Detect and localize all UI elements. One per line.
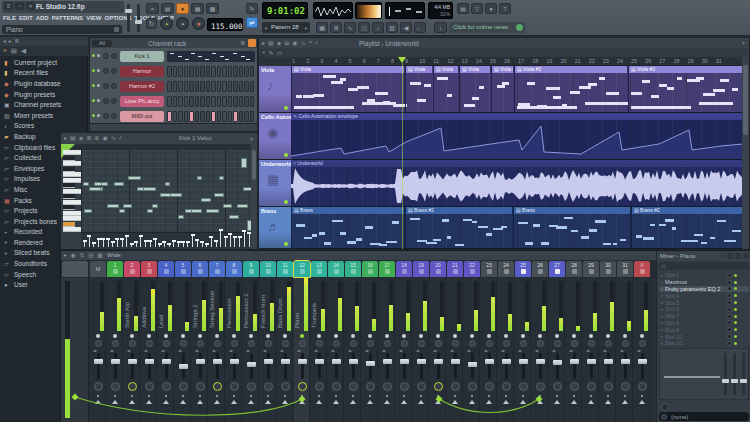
slot-mix-knob[interactable]: [727, 280, 732, 285]
playlist-tool-icon-3[interactable]: ⊞: [284, 39, 289, 46]
velocity-stem[interactable]: [183, 243, 184, 247]
black-key[interactable]: [63, 167, 75, 172]
download-icon[interactable]: ↓: [434, 22, 447, 33]
mixer-tab-11[interactable]: 11: [277, 261, 293, 277]
menu-item-edit[interactable]: EDIT: [19, 15, 33, 21]
strip-mute-dot[interactable]: [181, 334, 185, 338]
step-cell[interactable]: [206, 81, 211, 92]
browser-item-scores[interactable]: ♪Scores: [0, 121, 88, 132]
velocity-stem[interactable]: [89, 237, 90, 247]
step-cell[interactable]: [184, 66, 189, 77]
strip-fx-knob[interactable]: [638, 382, 647, 391]
strip-pan-knob[interactable]: [486, 340, 493, 347]
strip-pan-knob[interactable]: [299, 340, 306, 347]
track-enable-dot[interactable]: [284, 200, 288, 204]
white-key[interactable]: [63, 211, 81, 216]
step-cell[interactable]: [189, 96, 194, 107]
step-cell[interactable]: [244, 111, 249, 122]
strip-fx-knob[interactable]: [94, 382, 103, 391]
track-header-underworld[interactable]: Underworld▦: [259, 160, 291, 207]
slot-enable-dot[interactable]: [734, 342, 737, 345]
fader-cap[interactable]: [94, 359, 103, 364]
eq-band-slider[interactable]: [724, 353, 727, 395]
strip-fader[interactable]: [335, 353, 338, 379]
strip-fader[interactable]: [199, 353, 202, 379]
playlist-edit-icon-2[interactable]: ▭: [277, 49, 283, 56]
velocity-stem[interactable]: [159, 245, 160, 247]
slot-enable-dot[interactable]: [734, 315, 737, 318]
fader-cap[interactable]: [383, 359, 392, 364]
overdub-icon[interactable]: ▩: [206, 3, 219, 14]
step-cell[interactable]: [167, 81, 172, 92]
fader-cap[interactable]: [400, 359, 409, 364]
step-cell[interactable]: [173, 66, 178, 77]
strip-fx-knob[interactable]: [502, 382, 511, 391]
midi-note[interactable]: [201, 198, 211, 202]
midi-note[interactable]: [223, 204, 231, 208]
strip-fx-knob[interactable]: [111, 382, 120, 391]
pitch-handle[interactable]: [135, 20, 142, 24]
strip-fader[interactable]: [352, 353, 355, 379]
channel-volume-knob[interactable]: [111, 53, 117, 59]
black-key[interactable]: [63, 156, 75, 161]
velocity-stem[interactable]: [93, 244, 94, 247]
mixer-tab-20[interactable]: 20: [430, 261, 446, 277]
strip-fader[interactable]: [556, 353, 559, 379]
strip-mute-dot[interactable]: [606, 334, 610, 338]
strip-fx-knob[interactable]: [485, 382, 494, 391]
velocity-stem[interactable]: [126, 237, 127, 247]
mixer-tab-30[interactable]: 30: [600, 261, 616, 277]
strip-pan-knob[interactable]: [163, 340, 170, 347]
panel-toggle-5[interactable]: ▧: [386, 22, 398, 33]
pattern-clip[interactable]: ▤ Viola: [405, 66, 432, 112]
step-cell[interactable]: [233, 96, 238, 107]
strip-fader[interactable]: [97, 353, 100, 379]
step-cell[interactable]: [195, 66, 200, 77]
fader-cap[interactable]: [502, 359, 511, 364]
step-cell[interactable]: [167, 66, 172, 77]
strip-fader[interactable]: [539, 353, 542, 379]
step-cell[interactable]: [233, 81, 238, 92]
strip-mute-dot[interactable]: [266, 334, 270, 338]
current-track-tab[interactable]: [62, 261, 88, 277]
step-cell[interactable]: [200, 81, 205, 92]
slot-mix-knob[interactable]: [727, 293, 732, 298]
track-header-cello-automation[interactable]: Cello Automation◉: [259, 113, 291, 160]
strip-fx-knob[interactable]: [247, 382, 256, 391]
insert-slot-8[interactable]: ▸Slot 8: [659, 320, 749, 327]
panel-toggle-7[interactable]: ♩: [414, 22, 426, 33]
midi-note[interactable]: [123, 204, 132, 208]
strip-pan-knob[interactable]: [605, 340, 612, 347]
white-key[interactable]: [63, 150, 81, 155]
step-cell[interactable]: [239, 81, 244, 92]
mixer-tab-3[interactable]: 3: [141, 261, 157, 277]
strip-mute-dot[interactable]: [351, 334, 355, 338]
channel-button[interactable]: Love Ph..ancy: [120, 96, 164, 107]
strip-fx-knob[interactable]: [621, 382, 630, 391]
insert-slot-7[interactable]: ▸Slot 7: [659, 313, 749, 320]
slot-enable-dot[interactable]: [734, 287, 737, 290]
mixer-tab-16[interactable]: 16: [362, 261, 378, 277]
midi-note[interactable]: [191, 209, 202, 213]
midi-note[interactable]: [170, 193, 181, 197]
strip-fader[interactable]: [369, 353, 372, 379]
mic-icon[interactable]: ●: [485, 3, 497, 14]
strip-fx-knob[interactable]: [434, 382, 443, 391]
step-cell[interactable]: [178, 81, 183, 92]
stop-button[interactable]: ▪: [176, 17, 189, 30]
midi-note[interactable]: [214, 193, 224, 197]
step-cell[interactable]: [244, 66, 249, 77]
channel-button[interactable]: Kick 1: [120, 51, 164, 62]
eq-band-cap[interactable]: [731, 379, 738, 383]
eq-band-slider[interactable]: [733, 353, 736, 395]
strip-fader[interactable]: [131, 353, 134, 379]
strip-fader[interactable]: [607, 353, 610, 379]
strip-fx-knob[interactable]: [383, 382, 392, 391]
strip-fx-knob[interactable]: [366, 382, 375, 391]
fader-cap[interactable]: [434, 359, 443, 364]
step-cell[interactable]: [173, 81, 178, 92]
step-cell[interactable]: [200, 111, 205, 122]
strip-fader[interactable]: [590, 353, 593, 379]
step-cell[interactable]: [195, 96, 200, 107]
strip-pan-knob[interactable]: [554, 340, 561, 347]
